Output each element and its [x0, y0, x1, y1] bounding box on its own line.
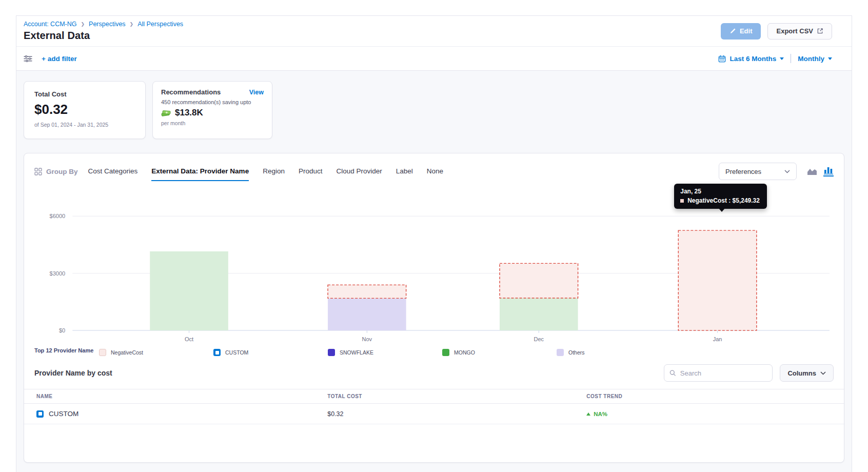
- provider-swatch-icon: [36, 410, 44, 418]
- grid-icon: [34, 168, 42, 175]
- table-body: CUSTOM$0.32NA%: [24, 404, 844, 424]
- column-header-total-cost: TOTAL COST: [327, 394, 586, 399]
- page-title: External Data: [24, 30, 183, 42]
- recommendations-card: Recommendations View 450 recommendation(…: [152, 81, 272, 139]
- group-by-label: Group By: [34, 168, 78, 175]
- provider-table: NAMETOTAL COSTCOST TREND CUSTOM$0.32NA%: [24, 389, 844, 424]
- cell-cost-trend: NA%: [586, 411, 834, 417]
- columns-button-label: Columns: [787, 369, 816, 377]
- chart-tooltip: Jan, 25 NegativeCost : $5,249.32: [674, 184, 767, 209]
- group-by-row: Group By Cost CategoriesExternal Data: P…: [24, 153, 844, 181]
- x-axis-label: Jan: [713, 336, 722, 342]
- legend-item-snowflake[interactable]: SNOWFLAKE: [328, 349, 442, 356]
- breadcrumb-separator-icon: ❯: [81, 22, 85, 27]
- breadcrumb-link-all-perspectives[interactable]: All Perspectives: [137, 21, 183, 28]
- area-chart-icon: [807, 168, 817, 175]
- legend-item-mongo[interactable]: MONGO: [442, 349, 557, 356]
- tab-product[interactable]: Product: [299, 167, 323, 181]
- legend-item-others[interactable]: Others: [557, 349, 671, 356]
- chart-legend-row: Top 12 Provider Name NegativeCostCUSTOMS…: [24, 347, 844, 356]
- breadcrumb: Account: CCM-NG❯Perspectives❯All Perspec…: [24, 21, 183, 28]
- chart-legend: NegativeCostCUSTOMSNOWFLAKEMONGOOthers: [95, 349, 834, 356]
- bar-jan-negativecost[interactable]: [678, 230, 757, 330]
- breadcrumb-link-perspectives[interactable]: Perspectives: [89, 21, 126, 28]
- custom-swatch-icon: [213, 349, 221, 356]
- columns-button[interactable]: Columns: [780, 364, 834, 382]
- filter-settings-icon[interactable]: [24, 55, 32, 63]
- legend-label: Others: [568, 349, 585, 356]
- legend-title: Top 12 Provider Name: [34, 347, 95, 355]
- table-toolbar: Provider Name by cost Columns: [24, 356, 844, 382]
- total-cost-card: Total Cost $0.32 of Sep 01, 2024 - Jan 3…: [24, 81, 146, 139]
- tab-cost-categories[interactable]: Cost Categories: [88, 167, 138, 181]
- tooltip-entry: NegativeCost : $5,249.32: [687, 197, 760, 204]
- page-header: Account: CCM-NG❯Perspectives❯All Perspec…: [16, 16, 852, 46]
- tooltip-arrow: [719, 208, 725, 212]
- others-swatch-icon: [557, 349, 564, 356]
- pencil-icon: [729, 28, 736, 34]
- date-range-select[interactable]: Last 6 Months: [718, 55, 784, 63]
- tab-label[interactable]: Label: [396, 167, 413, 181]
- tooltip-title: Jan, 25: [680, 188, 760, 195]
- legend-item-custom[interactable]: CUSTOM: [213, 349, 328, 356]
- y-axis-label: $6000: [50, 213, 66, 219]
- total-cost-value: $0.32: [34, 102, 135, 117]
- view-recommendations-link[interactable]: View: [249, 89, 264, 96]
- legend-item-negativecost[interactable]: NegativeCost: [99, 349, 213, 356]
- edit-button[interactable]: Edit: [721, 23, 761, 40]
- breadcrumb-link-account-ccm-ng[interactable]: Account: CCM-NG: [24, 21, 77, 28]
- bar-chart-icon: [824, 167, 833, 174]
- preferences-label: Preferences: [725, 168, 761, 175]
- bar-chart-toggle[interactable]: [823, 167, 834, 176]
- cell-total-cost: $0.32: [327, 410, 586, 418]
- recommendations-subtitle: 450 recommendation(s) saving upto: [161, 99, 264, 105]
- y-axis-label: $0: [59, 327, 65, 333]
- x-axis-label: Dec: [534, 336, 544, 342]
- recommendations-period: per month: [161, 120, 264, 126]
- y-axis-label: $3000: [50, 270, 66, 277]
- trend-value: NA%: [594, 411, 607, 417]
- granularity-select[interactable]: Monthly: [798, 55, 832, 63]
- negativecost-swatch-icon: [99, 349, 106, 356]
- column-header-name: NAME: [36, 394, 327, 399]
- tab-none[interactable]: None: [427, 167, 443, 181]
- filter-bar: + add filter Last 6 Months Monthly: [16, 46, 852, 71]
- trend-up-icon: [586, 412, 590, 416]
- x-axis-label: Nov: [362, 336, 372, 342]
- money-icon: [161, 109, 171, 117]
- divider: [791, 54, 791, 63]
- snowflake-swatch-icon: [328, 349, 335, 356]
- external-link-icon: [817, 28, 823, 34]
- bar-dec-negativecost[interactable]: [500, 263, 578, 298]
- bar-dec-mongo[interactable]: [500, 298, 578, 330]
- table-header-row: NAMETOTAL COSTCOST TREND: [24, 389, 844, 404]
- bar-oct-mongo[interactable]: [150, 251, 228, 330]
- x-axis-label: Oct: [185, 336, 193, 342]
- add-filter-button[interactable]: + add filter: [42, 55, 77, 63]
- bar-nov-negativecost[interactable]: [328, 285, 406, 298]
- chevron-down-icon: [820, 371, 826, 375]
- bar-nov-snowflake[interactable]: [328, 298, 406, 330]
- tab-region[interactable]: Region: [263, 167, 285, 181]
- chevron-down-icon: [780, 57, 784, 60]
- edit-button-label: Edit: [740, 27, 753, 35]
- legend-label: MONGO: [454, 349, 475, 356]
- search-input[interactable]: [680, 369, 767, 377]
- area-chart-toggle[interactable]: [807, 168, 817, 175]
- table-row[interactable]: CUSTOM$0.32NA%: [24, 404, 844, 424]
- recommendations-savings: $13.8K: [175, 108, 203, 118]
- tooltip-series-marker: [680, 199, 684, 203]
- breadcrumb-separator-icon: ❯: [130, 22, 134, 27]
- swatch-inner: [215, 351, 219, 355]
- legend-label: SNOWFLAKE: [340, 349, 373, 356]
- tab-external-data-provider-name[interactable]: External Data: Provider Name: [151, 167, 249, 181]
- preferences-select[interactable]: Preferences: [719, 163, 797, 180]
- granularity-value: Monthly: [798, 55, 824, 63]
- group-by-tabs: Cost CategoriesExternal Data: Provider N…: [88, 167, 444, 176]
- export-csv-button[interactable]: Export CSV: [767, 23, 832, 40]
- tab-cloud-provider[interactable]: Cloud Provider: [336, 167, 382, 181]
- total-cost-period: of Sep 01, 2024 - Jan 31, 2025: [34, 122, 135, 128]
- chevron-down-icon: [784, 170, 790, 173]
- column-header-cost-trend: COST TREND: [586, 394, 834, 399]
- chevron-down-icon: [828, 57, 832, 60]
